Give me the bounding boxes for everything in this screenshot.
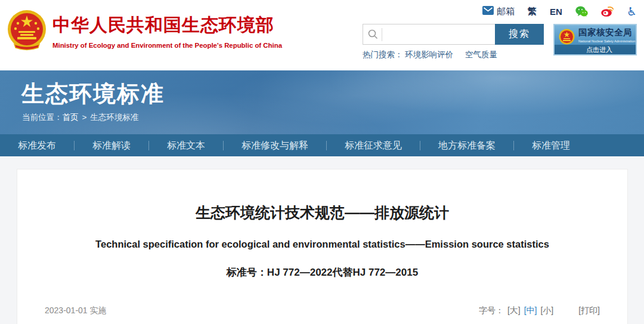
breadcrumb-separator: >	[82, 113, 87, 122]
search-input[interactable]	[386, 26, 495, 44]
font-size-medium-button[interactable]: [中]	[524, 306, 537, 316]
site-name-en: Ministry of Ecology and Environment of t…	[52, 42, 282, 49]
text-cursor	[382, 28, 382, 41]
article-title-cn: 生态环境统计技术规范——排放源统计	[45, 169, 600, 223]
nav-item-standard-release[interactable]: 标准发布	[0, 134, 74, 156]
national-emblem	[7, 10, 47, 51]
breadcrumb: 当前位置：首页>生态环境标准	[22, 112, 138, 123]
hot-search-row: 热门搜索： 环境影响评价 空气质量	[363, 50, 544, 60]
nnsa-name-en: National Nuclear Safety Administration	[578, 39, 635, 43]
accessibility-icon[interactable]: ♿	[627, 6, 637, 17]
standard-number: 标准号：HJ 772—2022代替HJ 772—2015	[45, 266, 600, 279]
font-size-label: 字号：	[479, 306, 504, 316]
utility-bar: 邮箱 繁 EN	[469, 4, 637, 18]
mail-label: 邮箱	[497, 6, 515, 17]
page-title: 生态环境标准	[21, 79, 165, 109]
nav-item-standard-amendment[interactable]: 标准修改与解释	[224, 134, 326, 156]
search-field-wrap	[363, 24, 495, 45]
mail-link[interactable]: 邮箱	[482, 6, 515, 17]
nnsa-entry-badge[interactable]: 国家核安全局 National Nuclear Safety Administr…	[553, 24, 637, 55]
english-toggle[interactable]: EN	[550, 7, 562, 17]
nav-item-local-standard-filing[interactable]: 地方标准备案	[420, 134, 513, 156]
article-card: 生态环境统计技术规范——排放源统计 Technical specificatio…	[17, 169, 628, 324]
breadcrumb-label: 当前位置：	[22, 113, 63, 122]
section-banner: 生态环境标准 当前位置：首页>生态环境标准	[0, 70, 644, 134]
font-size-large-button[interactable]: [大]	[507, 306, 521, 316]
weibo-icon[interactable]	[601, 6, 614, 17]
hot-search-link-air[interactable]: 空气质量	[465, 50, 497, 59]
nnsa-name-cn: 国家核安全局	[578, 27, 635, 38]
breadcrumb-current: 生态环境标准	[90, 113, 138, 122]
nav-item-standard-interpretation[interactable]: 标准解读	[75, 134, 148, 156]
search-icon	[368, 29, 378, 39]
nnsa-enter-label: 点击进入	[555, 45, 636, 54]
traditional-chinese-toggle[interactable]: 繁	[528, 6, 537, 17]
hot-search-link-eia[interactable]: 环境影响评价	[405, 50, 453, 59]
implementation-date: 2023-01-01 实施	[45, 306, 107, 316]
article-title-en: Technical specification for ecological a…	[45, 239, 600, 250]
nav-item-standard-comments[interactable]: 标准征求意见	[327, 134, 420, 156]
print-button[interactable]: [打印]	[578, 306, 600, 316]
nnsa-emblem-icon	[559, 29, 575, 45]
hot-search-label: 热门搜索：	[363, 50, 403, 59]
article-meta-row: 2023-01-01 实施 字号： [大] [中] [小] [打印]	[45, 306, 600, 316]
breadcrumb-home-link[interactable]: 首页	[63, 113, 79, 122]
font-size-small-button[interactable]: [小]	[540, 306, 553, 316]
site-header: 中华人民共和国生态环境部 Ministry of Ecology and Env…	[0, 0, 644, 70]
nav-item-standard-text[interactable]: 标准文本	[149, 134, 223, 156]
nav-item-standard-management[interactable]: 标准管理	[514, 134, 588, 156]
wechat-icon[interactable]	[575, 6, 588, 17]
search-button[interactable]: 搜索	[495, 24, 544, 45]
search-box: 搜索	[363, 24, 544, 45]
site-name-cn: 中华人民共和国生态环境部	[52, 13, 282, 38]
mail-icon	[482, 6, 494, 17]
standards-nav: 标准发布 标准解读 标准文本 标准修改与解释 标准征求意见 地方标准备案 标准管…	[0, 134, 644, 156]
main-area: 生态环境统计技术规范——排放源统计 Technical specificatio…	[0, 156, 644, 324]
